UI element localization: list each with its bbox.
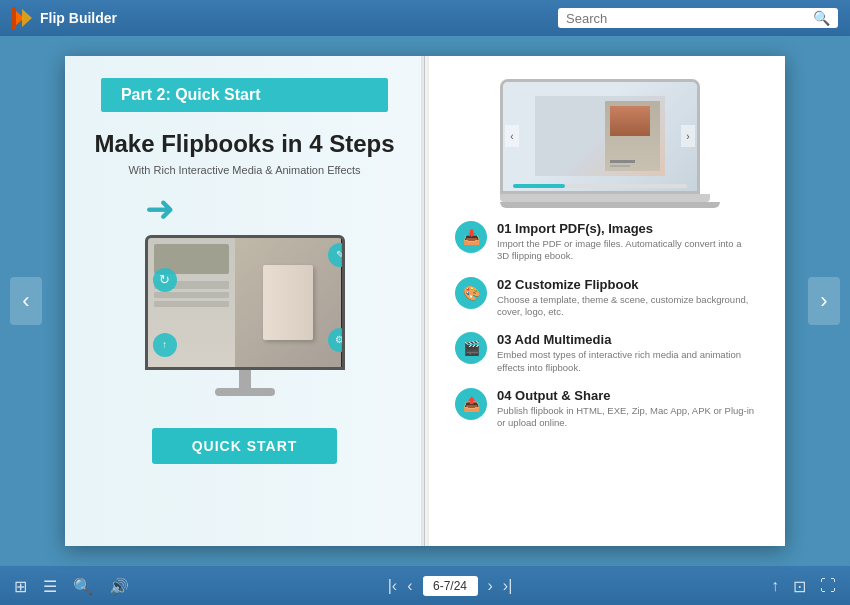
step-desc-3: Embed most types of interactive rich med…	[497, 349, 755, 374]
step-title-2: 02 Customize Flipbook	[497, 277, 755, 292]
share-icon[interactable]: ↑	[771, 577, 779, 595]
prev-btn[interactable]: ‹	[407, 577, 412, 595]
laptop-screen-content: ‹ ›	[503, 82, 697, 191]
next-btn[interactable]: ›	[488, 577, 493, 595]
step-item-4: 📤 04 Output & Share Publish flipbook in …	[455, 388, 755, 430]
search-icon[interactable]: 🔍	[813, 10, 830, 26]
steps-list: 📥 01 Import PDF(s), Images Import the PD…	[455, 221, 755, 430]
step-icon-1: 📥	[455, 221, 487, 253]
laptop-book-display	[535, 96, 665, 176]
grid-icon[interactable]: ⊞	[14, 577, 27, 596]
step-content-4: 04 Output & Share Publish flipbook in HT…	[497, 388, 755, 430]
monitor-right-panel	[235, 238, 342, 367]
laptop-illustration: ‹ ›	[455, 76, 755, 206]
logo-icon	[12, 7, 34, 29]
laptop-base	[500, 194, 710, 202]
bottom-right-icons: ↑ ⊡ ⛶	[771, 577, 836, 596]
next-page-arrow[interactable]: ›	[808, 277, 840, 325]
monitor-screen: ↻ ✎ ↑ ⚙	[145, 235, 345, 370]
laptop-screen: ‹ ›	[500, 79, 700, 194]
step-item-1: 📥 01 Import PDF(s), Images Import the PD…	[455, 221, 755, 263]
last-page-btn[interactable]: ›|	[503, 577, 512, 595]
page-indicator[interactable]: 6-7/24	[423, 576, 478, 596]
step-desc-1: Import the PDF or image files. Automatic…	[497, 238, 755, 263]
page-right: ‹ ›	[425, 56, 785, 546]
sound-icon[interactable]: 🔊	[109, 577, 129, 596]
monitor-icon-bl: ↑	[153, 333, 177, 357]
list-icon[interactable]: ☰	[43, 577, 57, 596]
monitor-stand	[239, 370, 251, 390]
step-icon-3: 🎬	[455, 332, 487, 364]
arrow-right-icon: ➜	[145, 188, 175, 230]
step-icon-4: 📤	[455, 388, 487, 420]
part-header: Part 2: Quick Start	[101, 78, 388, 112]
step-title-3: 03 Add Multimedia	[497, 332, 755, 347]
step-content-3: 03 Add Multimedia Embed most types of in…	[497, 332, 755, 374]
quick-start-button[interactable]: QUICK START	[152, 428, 338, 464]
main-area: ‹ Part 2: Quick Start Make Flipbooks in …	[0, 36, 850, 566]
bottombar: ⊞ ☰ 🔍 🔊 |‹ ‹ 6-7/24 › ›| ↑ ⊡ ⛶	[0, 566, 850, 605]
monitor-icon-tl: ↻	[153, 268, 177, 292]
step-item-3: 🎬 03 Add Multimedia Embed most types of …	[455, 332, 755, 374]
first-page-btn[interactable]: |‹	[388, 577, 397, 595]
monitor-screen-inner	[148, 238, 342, 367]
page-title: Make Flipbooks in 4 Steps	[74, 130, 414, 159]
step-desc-4: Publish flipbook in HTML, EXE, Zip, Mac …	[497, 405, 755, 430]
laptop-next-btn[interactable]: ›	[681, 125, 695, 147]
logo-area: Flip Builder	[12, 7, 117, 29]
page-left: Part 2: Quick Start Make Flipbooks in 4 …	[65, 56, 425, 546]
step-content-1: 01 Import PDF(s), Images Import the PDF …	[497, 221, 755, 263]
svg-rect-2	[12, 7, 16, 29]
search-box[interactable]: 🔍	[558, 8, 838, 28]
step-desc-2: Choose a template, theme & scene, custom…	[497, 294, 755, 319]
step-item-2: 🎨 02 Customize Flipbook Choose a templat…	[455, 277, 755, 319]
book-container: Part 2: Quick Start Make Flipbooks in 4 …	[65, 56, 785, 546]
monitor-base	[215, 388, 275, 396]
bottom-center-nav: |‹ ‹ 6-7/24 › ›|	[388, 576, 513, 596]
step-content-2: 02 Customize Flipbook Choose a template,…	[497, 277, 755, 319]
prev-page-arrow[interactable]: ‹	[10, 277, 42, 325]
search-input[interactable]	[566, 11, 813, 26]
step-icon-2: 🎨	[455, 277, 487, 309]
laptop-wrapper: ‹ ›	[500, 79, 710, 204]
monitor-illustration: ↻ ✎ ↑ ⚙	[130, 235, 360, 410]
step-title-4: 04 Output & Share	[497, 388, 755, 403]
laptop-keyboard	[500, 202, 720, 208]
fullscreen-icon[interactable]: ⛶	[820, 577, 836, 595]
laptop-prev-btn[interactable]: ‹	[505, 125, 519, 147]
page-subtitle: With Rich Interactive Media & Animation …	[128, 164, 360, 176]
app-name: Flip Builder	[40, 10, 117, 26]
zoom-icon[interactable]: 🔍	[73, 577, 93, 596]
svg-marker-1	[22, 9, 32, 27]
bookmark-icon[interactable]: ⊡	[793, 577, 806, 596]
topbar: Flip Builder 🔍	[0, 0, 850, 36]
step-title-1: 01 Import PDF(s), Images	[497, 221, 755, 236]
